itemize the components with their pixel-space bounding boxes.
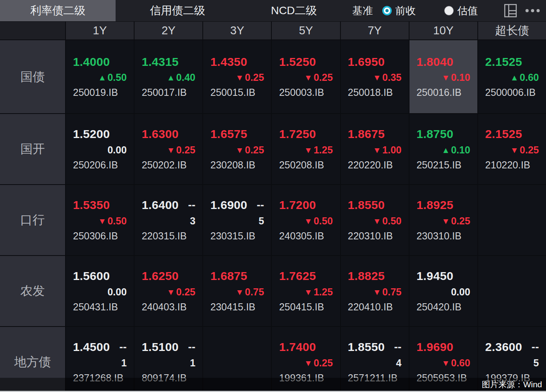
change-value: 0.75 [236,286,264,298]
bond-quote-cell[interactable]: 1.43150.40250017.IB [135,40,202,113]
quote-code-line: 230415.IB [210,300,264,314]
bond-code: 250015.IB [210,87,255,98]
quote-value-line: 1.4000 [73,54,127,70]
bond-quote-cell[interactable]: 2.15250.25210220.IB [478,114,546,184]
yield-value: 2.3600 [485,340,522,354]
quote-value-line: 1.6950 [348,54,402,70]
bond-quote-cell[interactable]: 1.80400.10250016.IB [410,40,477,113]
bond-code: 250019.IB [73,87,118,98]
quote-value-line: 1.7250 [279,126,333,142]
yield-value: 1.7200 [279,198,316,212]
down-arrow-icon [373,73,381,82]
quote-value-line: 1.8550-- [348,339,402,355]
down-arrow-icon [236,288,244,296]
quote-change-line: 1.25 [279,142,333,158]
column-header-5y: 5Y [272,22,340,39]
change-value: 0.50 [304,215,333,227]
quote-code-line: 240403.IB [142,300,195,314]
yield-value: 1.8675 [348,127,385,141]
bond-quote-cell[interactable]: 1.40000.50250019.IB [66,40,134,113]
yield-value: 1.7250 [279,127,316,141]
bond-quote-cell[interactable]: 2.15250.602500006.IB [478,40,546,113]
yield-value: 1.6300 [142,127,179,141]
row-label-text: 国债 [21,69,45,85]
bond-quote-cell[interactable]: 1.62500.25240403.IB [135,256,202,326]
bond-quote-cell[interactable]: 1.52500.25250003.IB [272,40,340,113]
bond-quote-cell[interactable]: 1.69500.35250018.IB [341,40,409,113]
bond-quote-cell[interactable]: 1.94500.00250420.IB [410,256,477,326]
yield-value: 1.5250 [279,55,316,69]
change-number: 0.50 [314,215,333,227]
row-label-nongfa: 农发 [0,256,65,326]
change-number: 0.40 [176,72,196,83]
bond-quote-cell[interactable]: 1.68750.75230415.IB [203,256,271,326]
bond-quote-cell[interactable]: 1.89250.25230310.IB [410,185,477,255]
change-value: 1.25 [304,286,333,298]
radio-prev-close[interactable]: 前收 [382,4,416,18]
tab-credit-secondary[interactable]: 信用债二级 [116,0,239,21]
quote-code-line: 250016.IB [417,86,470,100]
quote-change-line: 5 [485,355,539,371]
bond-quote-cell[interactable]: 1.72501.25250208.IB [272,114,340,184]
quote-count: 5 [259,215,264,227]
column-header-7y: 7Y [341,22,409,39]
tab-ncd-secondary[interactable]: NCD二级 [239,0,348,21]
tab-rates-secondary[interactable]: 利率债二级 [0,0,116,21]
bond-quote-cell[interactable]: 1.52000.00250206.IB [66,114,134,184]
quote-value-line: 1.4500-- [73,339,127,355]
bond-quote-cell[interactable]: 1.6400--3220315.IB [135,185,202,255]
quote-code-line: 250015.IB [210,86,264,100]
bond-quote-cell[interactable]: 1.56000.00250431.IB [66,256,134,326]
bond-quote-cell[interactable]: 1.87500.10250215.IB [410,114,477,184]
yield-value: 1.9450 [417,269,454,283]
quote-value-line: 1.9690 [417,339,470,355]
down-arrow-icon [304,73,312,82]
bond-quote-cell[interactable]: 1.65750.25230208.IB [203,114,271,184]
bond-quote-cell[interactable]: 1.76251.25250415.IB [272,256,340,326]
bond-quote-cell[interactable]: 1.86751.00220220.IB [341,114,409,184]
no-change-dash: -- [394,341,402,353]
change-number: 1.25 [314,144,333,156]
quote-value-line: 1.8750 [417,126,470,142]
radio-valuation[interactable]: 估值 [444,4,478,18]
bond-quote-cell[interactable]: 1.88250.75220410.IB [341,256,409,326]
quote-value-line: 1.5100-- [142,339,195,355]
ellipsis-dot [531,9,534,12]
change-number: 0.10 [451,72,470,83]
change-number: 0.25 [314,357,333,369]
quote-value-line: 1.4315 [142,54,195,70]
empty-cell [478,256,546,326]
bond-code: 250306.IB [73,230,118,242]
bond-quote-cell[interactable]: 1.43500.25250015.IB [203,40,271,113]
quote-value-line: 2.3600-- [485,339,539,355]
change-number: 1.00 [382,144,402,156]
change-value: 0.10 [441,72,470,83]
layout-columns-icon[interactable] [504,4,517,17]
radio-selected-icon[interactable] [382,6,392,15]
change-value: 0.60 [510,72,539,83]
corner-cell [0,22,65,39]
yield-value: 2.1525 [485,127,522,141]
radio-unselected-icon[interactable] [444,6,454,15]
row-label-kouhang: 口行 [0,185,65,255]
bond-quote-cell[interactable]: 1.6900--5230315.IB [203,185,271,255]
quote-value-line: 1.9450 [417,268,470,284]
change-number: 0.25 [520,144,539,156]
change-value: 0.25 [236,72,264,83]
down-arrow-icon [304,359,312,367]
bond-quote-cell[interactable]: 1.53500.50250306.IB [66,185,134,255]
bond-code: 250215.IB [417,159,462,171]
up-arrow-icon [510,73,519,82]
up-arrow-icon [441,146,450,154]
bond-quote-cell[interactable]: 1.72000.50240305.IB [272,185,340,255]
change-number: 0.75 [382,286,402,298]
change-value: 0.00 [451,286,470,298]
bond-quote-cell[interactable]: 1.63000.25250202.IB [135,114,202,184]
more-ellipsis-icon[interactable] [525,9,540,12]
change-value: 1.25 [304,144,333,156]
change-value: 0.25 [236,144,264,156]
no-change-dash: -- [257,199,264,211]
quote-code-line: 250202.IB [142,158,195,172]
yield-value: 1.5100 [142,340,179,354]
bond-quote-cell[interactable]: 1.85500.50220310.IB [341,185,409,255]
